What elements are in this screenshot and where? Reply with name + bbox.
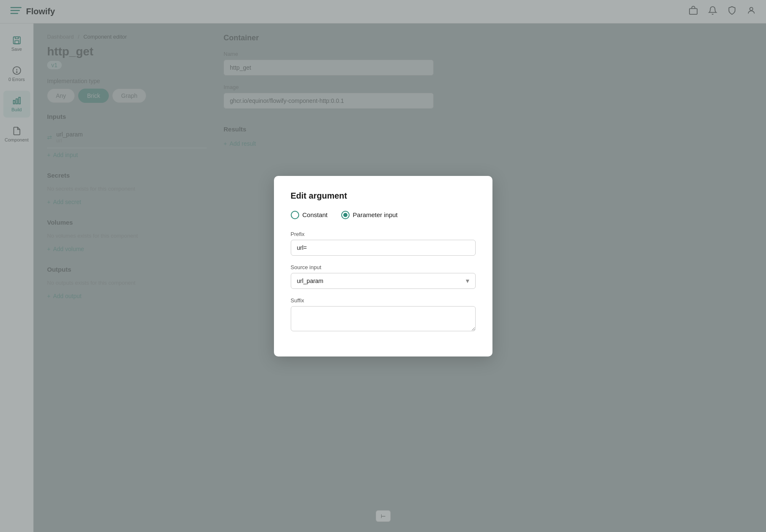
source-input-field: Source input url_param ▼ [291,264,476,289]
modal-overlay[interactable]: Edit argument Constant Parameter input P… [0,0,766,532]
radio-constant-label: Constant [303,211,328,218]
prefix-field: Prefix [291,231,476,256]
source-input-select-wrap: url_param ▼ [291,273,476,289]
prefix-input[interactable] [291,240,476,256]
suffix-field: Suffix [291,297,476,333]
modal-radio-group: Constant Parameter input [291,211,476,219]
source-input-label: Source input [291,264,476,270]
radio-parameter-input[interactable]: Parameter input [341,211,398,219]
source-input-select[interactable]: url_param [291,273,476,289]
radio-parameter-label: Parameter input [353,211,398,218]
prefix-label: Prefix [291,231,476,237]
suffix-input[interactable] [291,306,476,331]
modal-title: Edit argument [291,191,476,201]
radio-constant[interactable]: Constant [291,211,328,219]
radio-constant-circle [291,211,299,219]
edit-argument-modal: Edit argument Constant Parameter input P… [274,176,492,356]
radio-parameter-circle [341,211,350,219]
suffix-label: Suffix [291,297,476,304]
